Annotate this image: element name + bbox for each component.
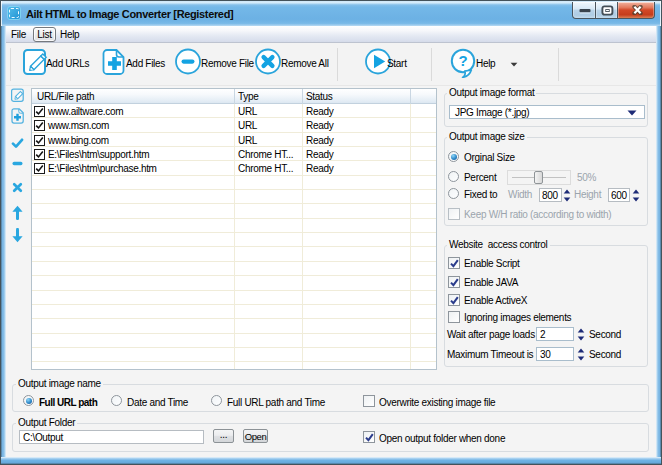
svg-text:?: ? <box>459 52 468 69</box>
